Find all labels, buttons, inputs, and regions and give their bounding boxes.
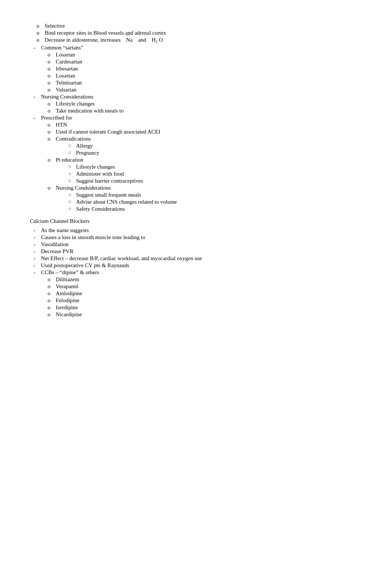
list-item: Suggest small frequent meals [56, 192, 362, 198]
list-item: Telmisartan [41, 80, 362, 86]
list-item: Decrease PVR [30, 248, 362, 255]
list-item: Contradications Allergy Pregnancy [41, 136, 362, 156]
list-item: Dilitiazem [41, 276, 362, 283]
list-item: Verapamil [41, 283, 362, 290]
ccb-drugs-item: CCBs – “dipine” & others Dilitiazem Vera… [30, 269, 362, 318]
nursing-item: Nursing Considerations Lifestyle changes… [30, 94, 362, 114]
h2o-o: O [159, 37, 163, 43]
na-superscript: +↑ [126, 33, 130, 37]
list-item: Safety Considerations [56, 206, 362, 212]
decrease-text: Decrease in aldosterone, increases [45, 37, 121, 43]
list-item: Irbesartan [41, 66, 362, 72]
list-item: Nursing Condsiderations Suggest small fr… [41, 185, 362, 212]
list-item: Bind receptor sites in Blood vessels and… [30, 30, 362, 36]
list-item: Pregnancy [56, 150, 362, 156]
prescribed-list: HTN Used if cannot tolerate Cough associ… [41, 122, 362, 212]
ccb-drugs-list: Dilitiazem Verapamil Amlodipine Felodipi… [41, 276, 362, 318]
intro-list: Selective Bind receptor sites in Blood v… [30, 23, 362, 44]
list-item: Suggest barrier contraceptives [56, 178, 362, 184]
and-label: and [138, 37, 146, 43]
list-item: HTN [41, 122, 362, 128]
pt-education-list: Lifestyle changes Administer with food S… [56, 164, 362, 184]
list-item: Losartan [41, 73, 362, 79]
list-item: Used if cannot tolerate Cough associated… [41, 129, 362, 135]
list-item: Causes a loss in smooth muscle tone lead… [30, 234, 362, 241]
ccb-drugs-header: CCBs – “dipine” & others [41, 269, 99, 275]
ccb-section-header: Calcium Channel Blockers [30, 218, 362, 224]
list-item: Valsartan [41, 87, 362, 93]
contradications-label: Contradications [56, 136, 91, 142]
list-item: Advise about CNS changes related to volu… [56, 199, 362, 205]
pt-education-label: Pt education [56, 157, 83, 163]
list-item: Pt education Lifestyle changes Administe… [41, 157, 362, 184]
h2o-h: H [152, 37, 156, 43]
list-item: Lifestyle changes [56, 164, 362, 170]
contradications-list: Allergy Pregnancy [56, 143, 362, 156]
list-item: Allergy [56, 143, 362, 149]
list-item: Lifestyle changes [41, 101, 362, 107]
list-item: Amlodipine [41, 290, 362, 297]
list-item: Felodipine [41, 297, 362, 304]
main-list: Common “sartans” Losartan Cardesartan Ir… [30, 45, 362, 212]
sartans-list: Losartan Cardesartan Irbesartan Losartan… [41, 52, 362, 93]
page-content: Selective Bind receptor sites in Blood v… [30, 15, 362, 318]
prescribed-item: Prescribed for HTN Used if cannot tolera… [30, 115, 362, 212]
list-item: Vasodilation [30, 241, 362, 248]
list-item: Used postoperative CV pts & Raynauds [30, 262, 362, 269]
list-item: Losartan [41, 52, 362, 58]
list-item: Isredipine [41, 304, 362, 311]
list-item: Administer with food [56, 171, 362, 177]
list-item: Net Effect – decrease B/P, cardiac workl… [30, 255, 362, 262]
list-item: Cardesartan [41, 59, 362, 65]
nursing-cond-label: Nursing Condsiderations [56, 185, 111, 191]
prescribed-header: Prescribed for [41, 115, 72, 121]
sartans-header: Common “sartans” [41, 45, 83, 51]
nursing-header: Nursing Considerations [41, 94, 93, 100]
list-item: Selective [30, 23, 362, 29]
na-formula: +↑ Na [126, 37, 133, 43]
nursing-cond-list: Suggest small frequent meals Advise abou… [56, 192, 362, 212]
sartans-item: Common “sartans” Losartan Cardesartan Ir… [30, 45, 362, 93]
ccb-list: As the name suggests Causes a loss in sm… [30, 227, 362, 318]
list-item: Take medication with meals to [41, 108, 362, 114]
na-label: Na [126, 37, 133, 43]
list-item: Nicardipine [41, 311, 362, 318]
h2o-sub: 2 [156, 40, 158, 44]
h2o-formula: H2 O [152, 37, 163, 44]
list-item: As the name suggests [30, 227, 362, 234]
list-item: Decrease in aldosterone, increases +↑ Na… [30, 37, 362, 44]
nursing-list: Lifestyle changes Take medication with m… [41, 101, 362, 114]
